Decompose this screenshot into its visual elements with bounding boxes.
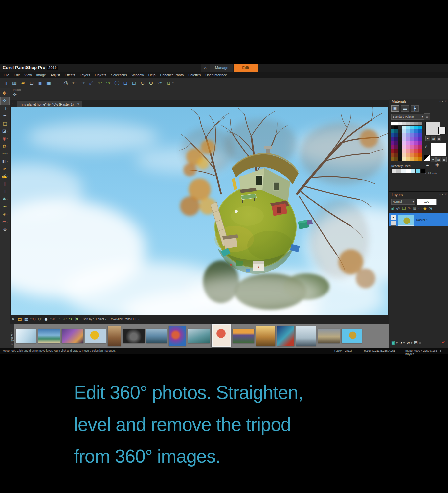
mask-icon-caret-icon[interactable]: ▾	[411, 340, 413, 345]
organizer-undo-button[interactable]: ↶	[63, 317, 67, 322]
organizer-vertical-tab[interactable]: Organizer	[10, 324, 14, 348]
new-image-button[interactable]: ▯	[2, 79, 10, 87]
open-button[interactable]: ▰	[19, 79, 27, 87]
color-swatch-5-4[interactable]	[406, 141, 410, 145]
color-swatch-2-7[interactable]	[418, 129, 422, 133]
color-swatch-8-5[interactable]	[410, 153, 414, 157]
find-people-button[interactable]: ☻	[44, 317, 48, 322]
duplicate-layer-button[interactable]: ❏	[402, 206, 406, 211]
color-replacer-tool[interactable]: ❙	[1, 180, 9, 188]
paint-brush-tool[interactable]: ✑▾	[1, 165, 9, 173]
materials-close-icon[interactable]: ✕	[444, 100, 447, 103]
color-swatch-8-0[interactable]	[391, 153, 394, 157]
color-swatch-7-7[interactable]	[418, 149, 422, 153]
color-swatch-0-5[interactable]	[410, 122, 414, 125]
menu-objects[interactable]: Objects	[92, 72, 109, 78]
selection-tool[interactable]: ◻▾	[1, 105, 9, 112]
link-layers-button[interactable]: ∞	[419, 206, 422, 211]
color-swatch-5-7[interactable]	[418, 141, 422, 145]
color-swatch-8-1[interactable]	[394, 153, 398, 157]
color-swatch-0-1[interactable]	[394, 122, 398, 125]
background-gradient-style-mini[interactable]: ◨	[436, 157, 441, 162]
color-swatch-5-5[interactable]	[410, 141, 414, 145]
zoom-tool[interactable]: ⊕	[1, 225, 9, 233]
color-swatch-6-7[interactable]	[418, 145, 422, 149]
color-swatch-0-2[interactable]	[398, 122, 402, 125]
color-swatch-8-6[interactable]	[414, 153, 418, 157]
new-vector-layer-button[interactable]: ☍	[396, 206, 400, 211]
background-color-style-mini[interactable]: ■	[431, 157, 436, 162]
layer-opacity-input[interactable]: 100	[417, 199, 437, 205]
color-swatch-9-1[interactable]	[394, 157, 398, 161]
materials-sliders-tab[interactable]: ┿	[411, 105, 419, 112]
sort-by-dropdown[interactable]: Folder▾	[96, 317, 106, 321]
document-tab[interactable]: Tiny planet home* @ 40% (Raster 1) ✕	[17, 101, 82, 108]
color-swatch-6-0[interactable]	[391, 145, 394, 149]
color-swatch-6-3[interactable]	[402, 145, 406, 149]
recent-swatch-4[interactable]	[411, 168, 416, 173]
image-canvas[interactable]	[11, 107, 388, 315]
zoom-out-button[interactable]: ⊖	[139, 79, 146, 87]
recent-swatch-0[interactable]	[391, 168, 396, 173]
menu-image[interactable]: Image	[34, 72, 48, 78]
layers-menu-icon[interactable]: ▾	[442, 193, 443, 196]
color-swatch-9-4[interactable]	[406, 157, 410, 161]
material-dropper-icon[interactable]: ✒	[426, 163, 429, 168]
share-button[interactable]: ∴	[53, 79, 61, 87]
thumb-red-umbrella[interactable]	[212, 324, 231, 347]
move-tool-options-icon[interactable]: ✜	[13, 92, 17, 97]
refresh-button[interactable]: ⟳	[156, 79, 164, 87]
color-swatch-4-5[interactable]	[410, 137, 414, 141]
color-swatch-1-0[interactable]	[391, 126, 394, 129]
map-location-button[interactable]: ✐	[52, 317, 56, 322]
redo-button[interactable]: ↷	[104, 79, 112, 87]
auto-adjust-icon[interactable]: ◑	[400, 340, 402, 345]
workspace-tab-manage[interactable]: Manage	[210, 64, 233, 72]
crop-tool[interactable]: ◰	[1, 120, 9, 127]
picture-tube-tool[interactable]: ❦▾	[1, 210, 9, 218]
thumb-wood-carving[interactable]	[108, 326, 121, 346]
color-swatch-8-4[interactable]	[406, 153, 410, 157]
color-swatch-3-6[interactable]	[414, 133, 418, 137]
fit-image-button[interactable]: ⊞	[130, 79, 138, 87]
layer-visibility-eye-icon[interactable]: ●	[391, 215, 396, 220]
pan-tool[interactable]: ✥▾	[1, 89, 9, 97]
materials-frame-tab[interactable]: ▦	[391, 105, 399, 112]
color-swatch-2-6[interactable]	[414, 129, 418, 133]
smudge-tool[interactable]: ✍▾	[1, 173, 9, 180]
menu-selections[interactable]: Selections	[109, 72, 129, 78]
dropper-tool[interactable]: ✒	[1, 112, 9, 120]
menu-help[interactable]: Help	[146, 72, 158, 78]
browse-button[interactable]: ▦	[11, 79, 18, 87]
straighten-tool[interactable]: ◪▾	[1, 127, 9, 135]
color-swatch-1-4[interactable]	[406, 126, 410, 129]
resize-button[interactable]: ⤢	[87, 79, 95, 87]
foreground-color-style-mini[interactable]: ■	[425, 136, 430, 141]
color-swatch-6-2[interactable]	[398, 145, 402, 149]
zoom-in-button[interactable]: ⊕	[147, 79, 155, 87]
background-pattern-style-mini[interactable]: ▩	[442, 157, 447, 162]
color-swatch-6-1[interactable]	[394, 145, 398, 149]
menu-window[interactable]: Window	[129, 72, 146, 78]
transparency-swatch[interactable]	[424, 155, 430, 161]
info-button[interactable]: ⓘ	[113, 79, 121, 87]
color-swatch-5-2[interactable]	[398, 141, 402, 145]
color-swatch-9-6[interactable]	[414, 157, 418, 161]
color-swatch-1-6[interactable]	[414, 126, 418, 129]
organizer-close-icon[interactable]: ✕	[12, 317, 14, 321]
copy-special-button-caret-icon[interactable]: ▾	[172, 82, 174, 84]
organizer-info-view-icon-caret-icon[interactable]: ▾	[30, 318, 32, 320]
palette-selector[interactable]: Standard Palette ▾	[391, 114, 425, 120]
color-swatch-4-3[interactable]	[402, 137, 406, 141]
color-swatch-1-1[interactable]	[394, 126, 398, 129]
copy-special-button[interactable]: ⧉	[164, 79, 172, 87]
thumb-mountain-lake[interactable]	[146, 329, 167, 343]
pen-tool[interactable]: ✒	[1, 203, 9, 210]
thumb-night-carnival[interactable]	[62, 329, 83, 343]
quick-review-button[interactable]: ⚑	[75, 317, 79, 322]
menu-edit[interactable]: Edit	[11, 72, 22, 78]
edit-selectivity-button[interactable]: ✎	[408, 206, 411, 211]
flood-fill-tool[interactable]: ◧▾	[1, 157, 9, 165]
color-swatch-6-5[interactable]	[410, 145, 414, 149]
foreground-alt-swatch[interactable]	[438, 127, 446, 134]
